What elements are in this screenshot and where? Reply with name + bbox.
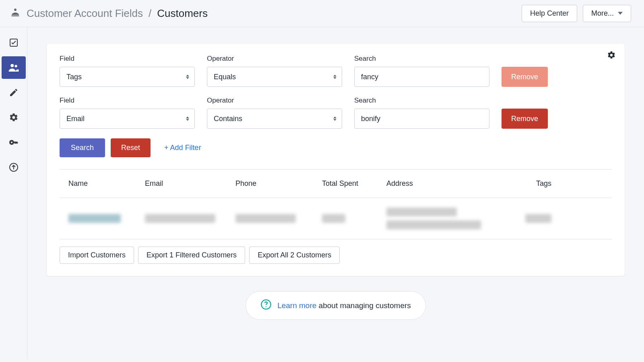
- breadcrumb-separator: /: [149, 7, 151, 20]
- col-email: Email: [145, 179, 235, 188]
- field-label: Field: [60, 55, 195, 63]
- filter-card: Field Tags Operator: [47, 43, 625, 276]
- app-header: Customer Account Fields / Customers Help…: [0, 0, 644, 27]
- table-row[interactable]: [60, 198, 612, 239]
- col-total-spent: Total Spent: [322, 179, 386, 188]
- svg-point-3: [14, 65, 17, 67]
- remove-filter-button[interactable]: Remove: [502, 67, 548, 87]
- help-center-button[interactable]: Help Center: [522, 5, 577, 22]
- breadcrumb-parent[interactable]: Customer Account Fields: [27, 7, 143, 20]
- sidebar-item-keys[interactable]: [2, 131, 26, 154]
- breadcrumb: Customer Account Fields / Customers: [10, 6, 208, 21]
- reset-button[interactable]: Reset: [111, 138, 151, 157]
- more-button[interactable]: More...: [583, 5, 631, 22]
- field-select[interactable]: Email: [60, 109, 195, 129]
- field-label: Field: [60, 97, 195, 105]
- col-address: Address: [386, 179, 507, 188]
- header-actions: Help Center More...: [522, 5, 631, 22]
- redacted-cell: [145, 214, 215, 223]
- help-circle-icon: [260, 299, 272, 312]
- more-label: More...: [591, 9, 614, 18]
- filter-row: Field Email Operator: [60, 97, 612, 129]
- table-actions: Import Customers Export 1 Filtered Custo…: [60, 247, 612, 264]
- import-customers-button[interactable]: Import Customers: [60, 247, 134, 264]
- caret-down-icon: [618, 9, 623, 18]
- help-center-label: Help Center: [530, 9, 569, 18]
- redacted-cell: [525, 214, 551, 223]
- col-tags: Tags: [507, 179, 551, 188]
- redacted-cell: [322, 214, 345, 223]
- svg-point-6: [266, 306, 266, 307]
- redacted-cell: [68, 214, 121, 223]
- customers-table: Name Email Phone Total Spent Address Tag…: [60, 169, 612, 239]
- redacted-cell: [386, 208, 457, 216]
- export-all-button[interactable]: Export All 2 Customers: [249, 247, 340, 264]
- sidebar-item-upload[interactable]: [2, 156, 26, 179]
- svg-point-0: [14, 8, 17, 11]
- operator-select[interactable]: Equals: [207, 67, 342, 87]
- breadcrumb-current: Customers: [157, 7, 208, 20]
- search-label: Search: [354, 97, 489, 105]
- redacted-cell: [235, 214, 296, 223]
- svg-point-2: [10, 64, 14, 67]
- sidebar: [0, 27, 27, 359]
- operator-select[interactable]: Contains: [207, 109, 342, 129]
- sidebar-item-checklist[interactable]: [2, 31, 26, 54]
- search-button[interactable]: Search: [60, 138, 105, 157]
- search-label: Search: [354, 55, 489, 63]
- operator-label: Operator: [207, 97, 342, 105]
- redacted-cell: [386, 220, 481, 229]
- operator-label: Operator: [207, 55, 342, 63]
- export-filtered-button[interactable]: Export 1 Filtered Customers: [138, 247, 245, 264]
- card-settings-button[interactable]: [607, 51, 616, 62]
- sidebar-item-settings[interactable]: [2, 106, 26, 129]
- filter-actions: Search Reset + Add Filter: [60, 138, 612, 157]
- filter-row: Field Tags Operator: [60, 55, 612, 87]
- remove-filter-button[interactable]: Remove: [502, 109, 548, 129]
- add-filter-link[interactable]: + Add Filter: [164, 144, 201, 152]
- app-icon: [10, 6, 21, 21]
- learn-more-link[interactable]: Learn more: [277, 301, 316, 310]
- col-phone: Phone: [235, 179, 322, 188]
- main-content: Field Tags Operator: [27, 27, 644, 359]
- sidebar-item-customers[interactable]: [2, 56, 26, 79]
- table-header-row: Name Email Phone Total Spent Address Tag…: [60, 170, 612, 198]
- col-name: Name: [68, 179, 145, 188]
- learn-more-text: Learn more about managing customers: [277, 301, 411, 310]
- search-input[interactable]: [354, 109, 489, 129]
- learn-more-pill: Learn more about managing customers: [246, 291, 426, 320]
- search-input[interactable]: [354, 67, 489, 87]
- field-select[interactable]: Tags: [60, 67, 195, 87]
- sidebar-item-edit[interactable]: [2, 81, 26, 104]
